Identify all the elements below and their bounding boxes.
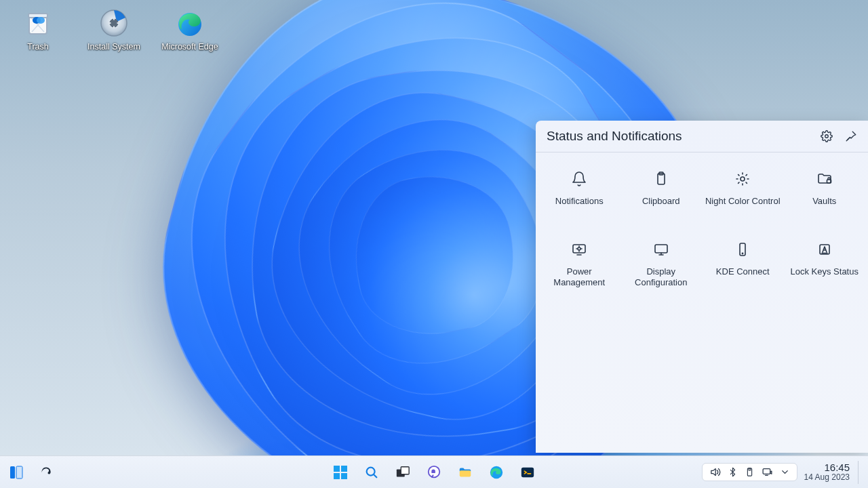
tile-label: Lock Keys Status (791, 266, 859, 288)
tile-label: Display Configuration (623, 266, 700, 289)
gear-icon (821, 130, 833, 142)
display-tray-icon[interactable] (762, 466, 773, 478)
tile-label: Vaults (812, 196, 836, 218)
task-view-icon (395, 465, 410, 480)
svg-rect-36 (763, 469, 770, 474)
svg-rect-34 (747, 468, 751, 476)
tile-notifications[interactable]: Notifications (538, 165, 620, 223)
panel-pin-button[interactable] (845, 130, 857, 142)
desktop-icon-microsoft-edge[interactable]: Microsoft Edge (161, 7, 218, 52)
tile-label: Clipboard (642, 196, 680, 218)
tray-expand-icon[interactable] (780, 467, 790, 477)
desktop-icon-label: Install System (87, 42, 140, 52)
clock-time: 16:45 (804, 462, 850, 474)
taskbar-edge-button[interactable] (486, 462, 507, 483)
trash-icon (22, 7, 54, 39)
svg-rect-29 (401, 466, 409, 474)
taskbar: 16:45 14 Aug 2023 (0, 455, 868, 488)
tile-display-configuration[interactable]: Display Configuration (620, 235, 703, 294)
desktop-icon-trash[interactable]: Trash (9, 7, 66, 52)
tile-kde-connect[interactable]: KDE Connect (702, 235, 784, 294)
pin-icon (845, 130, 857, 142)
edge-icon (174, 7, 206, 39)
tile-power-management[interactable]: Power Management (538, 235, 620, 294)
search-icon (364, 465, 379, 480)
terminal-icon (520, 465, 535, 480)
taskbar-terminal-button[interactable] (517, 462, 538, 483)
windows-start-icon (333, 465, 348, 480)
monitor-brightness-icon (570, 241, 588, 258)
svg-rect-5 (113, 18, 115, 20)
tile-label: KDE Connect (716, 266, 770, 288)
svg-rect-7 (109, 22, 111, 24)
panel-grid-icon (9, 466, 23, 479)
swirl-logo-icon (39, 466, 53, 479)
taskbar-distro-button[interactable] (35, 462, 57, 483)
disc-installer-icon (98, 7, 130, 39)
system-tray[interactable] (702, 463, 797, 481)
folder-icon (458, 465, 473, 480)
svg-rect-23 (334, 466, 340, 472)
tile-clipboard[interactable]: Clipboard (620, 165, 703, 223)
keyboard-key-icon (816, 241, 833, 258)
svg-point-10 (825, 135, 829, 138)
bluetooth-icon[interactable] (728, 466, 738, 478)
smartphone-icon (734, 241, 751, 258)
svg-rect-17 (655, 245, 667, 253)
folder-lock-icon (816, 170, 833, 188)
panel-tiles: Notifications Clipboard Night Color Cont… (536, 152, 868, 306)
svg-rect-25 (334, 473, 340, 479)
desktop-icon-install-system[interactable]: Install System (85, 7, 142, 52)
taskbar-taskview-button[interactable] (392, 462, 414, 483)
volume-icon[interactable] (709, 466, 721, 478)
desktop-wallpaper: Trash I (0, 0, 868, 488)
taskbar-peek-button[interactable] (5, 462, 27, 483)
bell-icon (570, 170, 588, 188)
desktop-icon-label: Trash (27, 42, 49, 52)
svg-rect-31 (460, 470, 471, 476)
taskbar-chat-button[interactable] (423, 462, 445, 483)
clock-date: 14 Aug 2023 (804, 473, 850, 482)
svg-rect-35 (749, 468, 751, 470)
tile-vaults[interactable]: Vaults (784, 165, 866, 223)
tile-label: Notifications (555, 196, 604, 218)
start-button[interactable] (330, 462, 351, 483)
panel-title: Status and Notifications (547, 129, 682, 144)
edge-icon (489, 465, 504, 480)
desktop-icon-label: Microsoft Edge (161, 42, 218, 52)
taskbar-clock[interactable]: 16:45 14 Aug 2023 (804, 462, 854, 483)
brightness-icon (734, 170, 751, 188)
tile-label: Night Color Control (705, 196, 781, 218)
taskbar-search-button[interactable] (361, 462, 382, 483)
taskbar-file-explorer-button[interactable] (454, 462, 476, 483)
svg-point-13 (741, 177, 745, 181)
svg-rect-8 (117, 22, 119, 24)
panel-header: Status and Notifications (536, 121, 868, 152)
tile-night-color-control[interactable]: Night Color Control (702, 165, 784, 223)
taskbar-separator (858, 461, 859, 484)
svg-rect-26 (341, 473, 347, 479)
svg-rect-1 (28, 14, 47, 18)
monitor-icon (652, 241, 670, 258)
svg-rect-22 (16, 466, 22, 479)
desktop-icons: Trash I (9, 7, 218, 52)
status-notifications-panel: Status and Notifications Notifications C… (536, 121, 868, 453)
tile-label: Power Management (541, 266, 618, 289)
svg-point-16 (578, 247, 580, 250)
chat-icon (427, 465, 441, 480)
svg-rect-24 (341, 466, 347, 472)
clipboard-icon (652, 170, 670, 188)
svg-point-19 (743, 253, 743, 253)
panel-settings-button[interactable] (821, 130, 833, 142)
svg-rect-21 (10, 466, 15, 479)
removable-media-icon[interactable] (745, 466, 755, 478)
svg-rect-6 (113, 26, 115, 28)
tile-lock-keys-status[interactable]: Lock Keys Status (784, 235, 866, 294)
svg-rect-33 (521, 467, 534, 477)
